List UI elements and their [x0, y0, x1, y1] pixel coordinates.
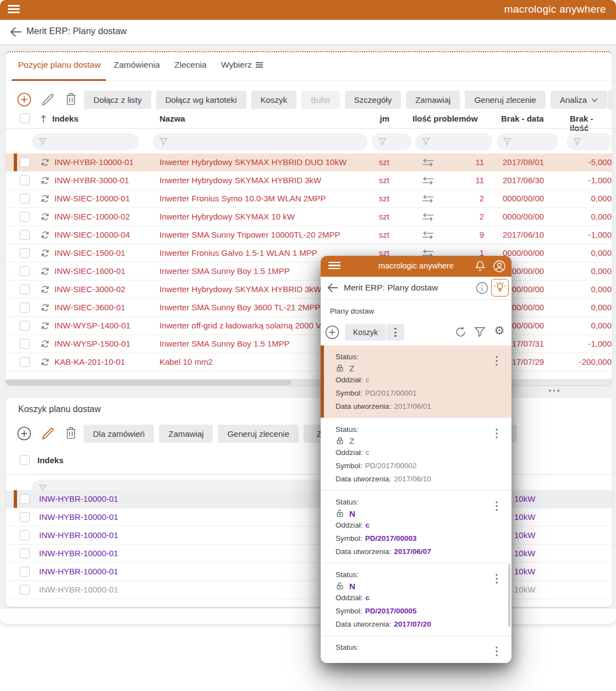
user-avatar-icon[interactable] — [493, 260, 506, 273]
koszyk-button[interactable]: Koszyk — [251, 91, 296, 109]
row-checkbox[interactable] — [20, 585, 30, 595]
basket-table-row[interactable]: INW-HYBR-10000-0110kW — [6, 563, 612, 581]
filter-indeks[interactable] — [32, 133, 139, 150]
table-row[interactable]: INW-SIEC-1500-01Inwerter Fronius Galvo 1… — [6, 244, 612, 262]
table-row[interactable]: INW-SIEC-3000-02Inwerter Hybrydowy SKYMA… — [6, 281, 612, 299]
edit-pencil-icon[interactable] — [41, 92, 55, 107]
clipped-toolbar-button[interactable] — [608, 91, 612, 109]
row-checkbox[interactable] — [20, 266, 30, 276]
plan-card[interactable]: Status:NOddział:cSymbol:PD/2017/00003Dat… — [321, 491, 512, 563]
szczegoly-button[interactable]: Szczegóły — [345, 91, 401, 109]
plan-card[interactable]: Status:ZOddział:cSymbol:PD/2017/00001Dat… — [321, 346, 512, 418]
plan-card[interactable]: Status:NOddział:cSymbol:PD/2017/00005Dat… — [321, 563, 512, 636]
column-header-brak-ilosc[interactable]: Brak - ilość — [570, 114, 612, 133]
table-row[interactable]: INW-SIEC-10000-01Inwerter Fronius Symo 1… — [6, 190, 612, 208]
table-row[interactable]: INW-WYSP-1400-01Inwerter off-grid z łado… — [6, 317, 612, 335]
basket-generuj-zlecenie-button[interactable]: Generuj zlecenie — [218, 425, 299, 443]
row-checkbox[interactable] — [20, 321, 30, 331]
mobile-refresh-icon[interactable] — [455, 326, 466, 338]
basket-edit-pencil-icon[interactable] — [41, 426, 55, 441]
filter-nazwa[interactable] — [153, 133, 367, 150]
row-checkbox[interactable] — [20, 357, 30, 367]
delete-trash-icon[interactable] — [64, 92, 78, 106]
back-arrow-icon[interactable] — [9, 25, 23, 39]
tab-zamowienia[interactable]: Zamówienia — [114, 60, 160, 70]
plan-card[interactable]: Status:ZOddział:cSymbol:PD/2017/00002Dat… — [321, 418, 512, 491]
notifications-bell-icon[interactable] — [474, 260, 486, 272]
mobile-scrollbar-thumb[interactable] — [508, 564, 510, 627]
table-row[interactable]: INW-SIEC-10000-04Inwerter SMA Sunny Trip… — [6, 226, 612, 244]
row-checkbox[interactable] — [20, 157, 30, 167]
mobile-add-button[interactable] — [325, 325, 339, 339]
add-button[interactable] — [17, 92, 31, 107]
row-checkbox[interactable] — [20, 530, 30, 540]
card-menu-icon[interactable] — [493, 500, 500, 515]
column-header-ilosc-problemow[interactable]: Ilość problemów — [413, 114, 477, 123]
row-checkbox[interactable] — [20, 512, 30, 522]
analiza-button[interactable]: Analiza — [551, 91, 607, 109]
table-row[interactable]: INW-SIEC-3600-01Inwerter SMA Sunny Boy 3… — [6, 299, 612, 317]
table-row[interactable]: KAB-KA-201-10-01Kabel 10 mm22017/07/29-2… — [6, 353, 612, 371]
basket-table-row[interactable]: INW-HYBR-10000-0110kW — [6, 508, 612, 527]
generuj-zlecenie-button[interactable]: Generuj zlecenie — [465, 91, 546, 109]
hamburger-menu-icon[interactable] — [8, 5, 20, 15]
row-checkbox[interactable] — [20, 494, 30, 504]
column-header-brak-data[interactable]: Brak - data — [501, 114, 544, 123]
table-row[interactable]: INW-SIEC-1600-01Inwerter SMA Sunny Boy 1… — [6, 262, 612, 281]
card-menu-icon[interactable] — [493, 427, 500, 442]
row-checkbox[interactable] — [20, 567, 30, 577]
tab-zlecenia[interactable]: Zlecenia — [174, 60, 207, 70]
row-checkbox[interactable] — [20, 248, 30, 258]
table-row[interactable]: INW-HYBR-3000-01Inwerter Hybrydowy SKYMA… — [6, 172, 612, 190]
lightbulb-icon[interactable] — [491, 279, 509, 297]
basket-table-row[interactable]: INW-HYBR-10000-0110kW — [6, 581, 612, 599]
basket-select-all-checkbox[interactable] — [20, 455, 30, 465]
tab-wybierz[interactable]: Wybierz — [221, 60, 263, 70]
card-menu-icon[interactable] — [493, 354, 500, 370]
zamawiaj-button[interactable]: Zamawiaj — [406, 91, 460, 109]
mobile-more-options-button[interactable] — [387, 324, 404, 341]
dolacz-wg-kartoteki-button[interactable]: Dołącz wg kartoteki — [156, 91, 246, 109]
plan-card[interactable]: Status: — [321, 636, 512, 663]
filter-jm[interactable] — [372, 133, 411, 150]
basket-zamawiaj-button[interactable]: Zamawiaj — [159, 425, 213, 443]
column-header-jm[interactable]: jm — [362, 114, 389, 123]
panel-splitter-handle[interactable] — [549, 390, 559, 392]
row-checkbox[interactable] — [20, 212, 30, 222]
basket-add-button[interactable] — [17, 426, 31, 441]
table-row[interactable]: INW-WYSP-1500-01Inwerter SMA Sunny Boy 1… — [6, 335, 612, 353]
tab-pozycje-planu-dostaw[interactable]: Pozycje planu dostaw — [18, 60, 101, 70]
select-all-checkbox[interactable] — [20, 113, 30, 123]
row-checkbox[interactable] — [20, 339, 30, 349]
card-menu-icon[interactable] — [493, 645, 500, 660]
horizontal-scrollbar[interactable] — [6, 379, 612, 385]
card-menu-icon[interactable] — [493, 572, 500, 588]
dolacz-z-listy-button[interactable]: Dołącz z listy — [84, 91, 151, 109]
cell-nazwa-fragment: 10kW — [514, 549, 535, 558]
mobile-koszyk-button[interactable]: Koszyk — [345, 324, 386, 341]
basket-table-row[interactable]: INW-HYBR-10000-0110kW — [6, 490, 612, 508]
basket-table-row[interactable]: INW-HYBR-10000-0110kW — [6, 545, 612, 563]
sort-ascending-icon[interactable] — [40, 114, 47, 123]
basket-table-row[interactable]: INW-HYBR-10000-0110kW — [6, 527, 612, 545]
column-header-indeks[interactable]: Indeks — [52, 114, 79, 123]
dla-zamowien-button[interactable]: Dla zamówień — [84, 425, 154, 443]
info-icon[interactable] — [476, 282, 488, 294]
row-checkbox[interactable] — [20, 284, 30, 294]
table-row[interactable]: INW-SIEC-10000-02Inwerter Hybrydowy SKYM… — [6, 208, 612, 226]
mobile-back-arrow-icon[interactable] — [326, 282, 339, 294]
filter-brak-data[interactable] — [497, 133, 558, 150]
column-header-nazwa[interactable]: Nazwa — [160, 114, 185, 123]
mobile-filter-funnel-icon[interactable] — [474, 326, 486, 338]
row-checkbox[interactable] — [20, 303, 30, 312]
row-checkbox[interactable] — [20, 194, 30, 204]
mobile-settings-gear-icon[interactable]: ⚙ — [493, 324, 506, 337]
row-checkbox[interactable] — [20, 230, 30, 240]
filter-brak-ilosc[interactable] — [566, 133, 612, 150]
row-checkbox[interactable] — [20, 176, 30, 185]
row-checkbox[interactable] — [20, 549, 30, 558]
basket-column-header-indeks[interactable]: Indeks — [37, 456, 64, 465]
basket-delete-trash-icon[interactable] — [64, 426, 78, 440]
filter-ilosc-problemow[interactable] — [415, 133, 492, 150]
table-row[interactable]: INW-HYBR-10000-01Inwerter Hybrydowy SKYM… — [6, 153, 612, 172]
